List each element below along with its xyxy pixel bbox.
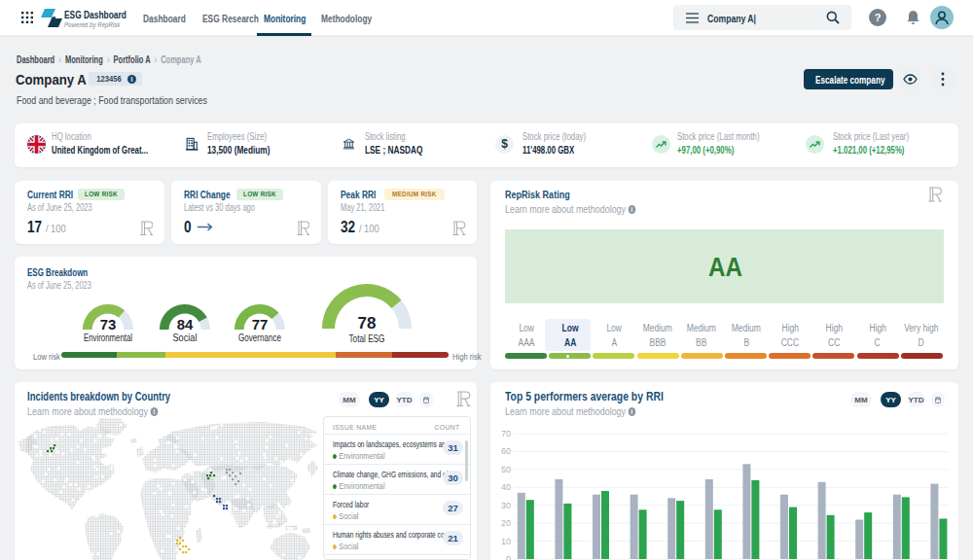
svg-text:84: 84 xyxy=(177,316,194,332)
svg-text:50: 50 xyxy=(501,465,511,474)
svg-text:73: 73 xyxy=(100,316,117,332)
svg-text:30: 30 xyxy=(501,501,511,510)
svg-text:10: 10 xyxy=(501,537,511,546)
svg-text:Social: Social xyxy=(173,332,198,343)
svg-text:20: 20 xyxy=(501,518,511,528)
svg-text:60: 60 xyxy=(501,446,511,456)
svg-text:40: 40 xyxy=(501,482,511,492)
svg-text:0: 0 xyxy=(506,554,511,560)
svg-text:Governance: Governance xyxy=(238,332,281,343)
svg-text:70: 70 xyxy=(501,429,511,438)
svg-text:Total ESG: Total ESG xyxy=(349,332,385,344)
svg-text:77: 77 xyxy=(252,316,269,332)
svg-text:Environmental: Environmental xyxy=(84,332,132,343)
svg-text:78: 78 xyxy=(358,314,377,332)
